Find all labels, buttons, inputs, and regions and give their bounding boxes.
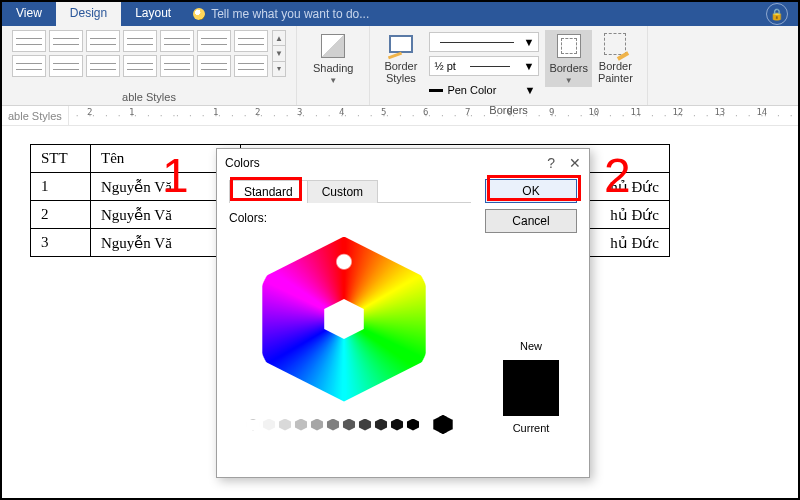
gallery-down-icon[interactable]: ▼ [273, 46, 285, 61]
gray-swatch[interactable] [278, 419, 292, 431]
tab-custom[interactable]: Custom [307, 180, 378, 203]
table-style-swatch[interactable] [86, 55, 120, 77]
gray-swatch[interactable] [358, 419, 372, 431]
table-style-swatch[interactable] [197, 30, 231, 52]
gray-swatch[interactable] [246, 419, 260, 431]
table-style-swatch[interactable] [160, 55, 194, 77]
dialog-title: Colors [225, 156, 260, 170]
table-styles-gallery[interactable] [12, 30, 268, 77]
gallery-scroll[interactable]: ▲ ▼ ▾ [272, 30, 286, 77]
border-line-style[interactable]: ▼ [429, 32, 539, 52]
chevron-down-icon: ▼ [524, 36, 535, 48]
pen-color[interactable]: Pen Color ▼ [429, 80, 539, 100]
ok-button[interactable]: OK [485, 179, 577, 203]
table-style-swatch[interactable] [49, 55, 83, 77]
table-style-swatch[interactable] [86, 30, 120, 52]
border-styles-label: Border Styles [384, 60, 417, 84]
line-style-icon [440, 42, 513, 43]
header-stt[interactable]: STT [31, 145, 91, 173]
gray-swatch[interactable] [326, 419, 340, 431]
table-style-swatch[interactable] [197, 55, 231, 77]
table-style-swatch[interactable] [234, 30, 268, 52]
gallery-up-icon[interactable]: ▲ [273, 31, 285, 46]
pen-color-icon [429, 89, 443, 92]
line-weight-icon [470, 66, 510, 67]
cell-stt[interactable]: 3 [31, 229, 91, 257]
color-hexagon-picker[interactable] [229, 229, 459, 409]
gray-swatch[interactable] [342, 419, 356, 431]
annotation-number-2: 2 [604, 152, 631, 200]
tell-me-search[interactable]: Tell me what you want to do... [185, 2, 377, 26]
table-style-swatch[interactable] [234, 55, 268, 77]
border-styles-button[interactable]: Border Styles [378, 30, 423, 84]
dialog-tabs: Standard Custom [229, 179, 471, 203]
colors-label: Colors: [229, 211, 471, 225]
ribbon-tabs: View Design Layout Tell me what you want… [2, 2, 798, 26]
shading-button[interactable]: Shading ▼ [307, 32, 359, 85]
table-style-swatch[interactable] [123, 55, 157, 77]
ruler-row: able Styles 21 1234567891011121314151617 [2, 106, 798, 126]
selected-color-hex[interactable] [432, 415, 454, 434]
pen-color-label: Pen Color [447, 84, 496, 96]
new-color-label: New [485, 340, 577, 352]
weight-value: ½ pt [434, 60, 455, 72]
dialog-close-button[interactable]: ✕ [569, 155, 581, 171]
cell-stt[interactable]: 1 [31, 173, 91, 201]
gray-swatch[interactable] [262, 419, 276, 431]
gray-swatch[interactable] [390, 419, 404, 431]
dialog-help-button[interactable]: ? [547, 155, 555, 171]
tab-layout[interactable]: Layout [121, 2, 185, 26]
color-preview [503, 360, 559, 416]
table-style-swatch[interactable] [160, 30, 194, 52]
gray-swatch[interactable] [374, 419, 388, 431]
cell-stt[interactable]: 2 [31, 201, 91, 229]
protection-icon[interactable] [766, 3, 788, 25]
tab-view[interactable]: View [2, 2, 56, 26]
gallery-more-icon[interactable]: ▾ [273, 62, 285, 76]
borders-label: Borders [549, 62, 588, 74]
horizontal-ruler[interactable]: 21 1234567891011121314151617 [69, 107, 798, 125]
gray-swatch[interactable] [406, 419, 420, 431]
annotation-number-1: 1 [162, 152, 189, 200]
colors-dialog: Colors ? ✕ Standard Custom Colors: [216, 148, 590, 478]
table-style-swatch[interactable] [123, 30, 157, 52]
ribbon: ▲ ▼ ▾ able Styles Shading ▼ Border Style… [2, 26, 798, 106]
tab-design[interactable]: Design [56, 2, 121, 26]
cancel-button[interactable]: Cancel [485, 209, 577, 233]
border-painter-label: Border Painter [598, 60, 633, 84]
shading-label: Shading [313, 62, 353, 74]
grayscale-row[interactable] [229, 415, 471, 434]
chevron-down-icon: ▼ [524, 60, 535, 72]
lightbulb-icon [193, 8, 205, 20]
border-weight[interactable]: ½ pt ▼ [429, 56, 539, 76]
borders-icon [558, 35, 580, 57]
gray-swatch[interactable] [294, 419, 308, 431]
table-styles-label-cut: able Styles [2, 106, 69, 125]
table-style-swatch[interactable] [12, 55, 46, 77]
border-painter-icon [604, 33, 626, 55]
shading-icon [321, 34, 345, 58]
tell-me-placeholder: Tell me what you want to do... [211, 7, 369, 21]
tab-standard[interactable]: Standard [229, 180, 308, 203]
table-style-swatch[interactable] [12, 30, 46, 52]
gray-swatch[interactable] [310, 419, 324, 431]
borders-button[interactable]: Borders ▼ [545, 30, 592, 87]
group-label-table-styles: able Styles [12, 91, 286, 103]
border-styles-icon [389, 35, 413, 53]
current-color-label: Current [485, 422, 577, 434]
chevron-down-icon: ▼ [329, 76, 337, 85]
border-painter-button[interactable]: Border Painter [592, 30, 639, 84]
chevron-down-icon: ▼ [525, 84, 536, 96]
table-style-swatch[interactable] [49, 30, 83, 52]
chevron-down-icon: ▼ [565, 76, 573, 85]
